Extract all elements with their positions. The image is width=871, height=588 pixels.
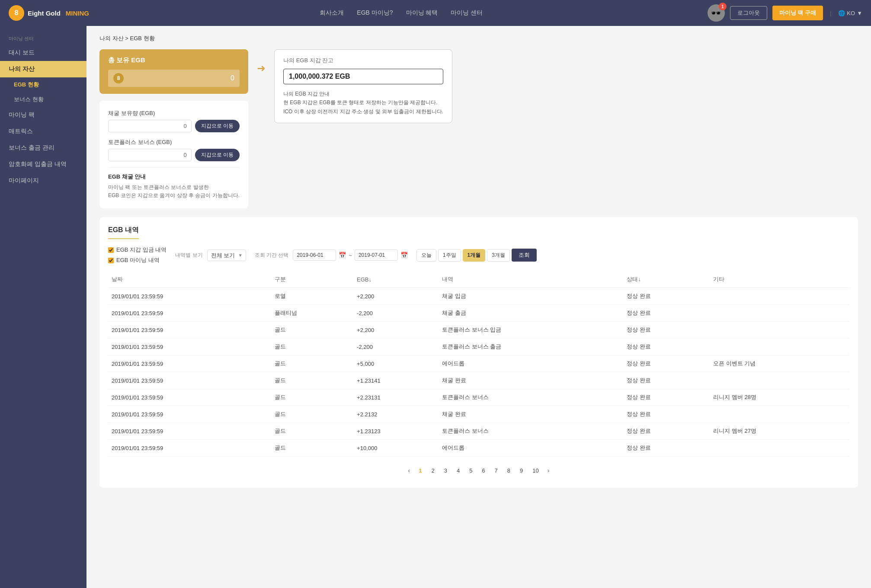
breadcrumb-separator: > (125, 35, 130, 42)
cell-detail: 채굴 완료 (439, 406, 623, 423)
cell-egb: +2.23131 (353, 389, 439, 406)
sidebar-item-egb-status[interactable]: EGB 현황 (0, 77, 86, 92)
checkbox-egb-mining-label: EGB 마이닝 내역 (116, 256, 160, 264)
date-range-wrap: 조회 기간 선택 📅 ~ 📅 (255, 249, 408, 261)
sidebar-item-bonus-withdraw[interactable]: 보너스 출금 관리 (0, 140, 86, 156)
total-egb-value-row: 8 0 (108, 70, 240, 87)
cell-date: 2019/01/01 23:59:59 (108, 440, 271, 457)
main-content: 나의 자산 > EGB 현황 총 보유 EGB 8 0 채굴 (86, 26, 871, 588)
cell-detail: 채굴 입금 (439, 288, 623, 305)
page-2[interactable]: 2 (428, 466, 438, 476)
lang-selector[interactable]: 🌐 KO ▼ (838, 10, 862, 16)
sidebar-item-bonus-status[interactable]: 보너스 현황 (0, 92, 86, 107)
page-1[interactable]: 1 (415, 466, 425, 476)
sidebar-item-crypto-history[interactable]: 암호화폐 입출금 내역 (0, 156, 86, 173)
page-next[interactable]: › (545, 465, 552, 476)
cell-note (710, 372, 849, 389)
col-egb: EGB↓ (353, 271, 439, 288)
page-5[interactable]: 5 (466, 466, 476, 476)
period-1week[interactable]: 1주일 (438, 249, 461, 262)
sidebar: 마이닝 센터 대시 보드 나의 자산 EGB 현황 보너스 현황 마이닝 팩 매… (0, 26, 86, 588)
view-select-outer: 전체 보기지갑 입금마이닝 (207, 249, 246, 261)
table-row: 2019/01/01 23:59:59 플래티넘 -2,200 채굴 출금 정상… (108, 305, 849, 322)
checkbox-egb-wallet[interactable]: EGB 지갑 입금 내역 (108, 246, 167, 254)
history-table: 날짜 구분 EGB↓ 내역 상태↓ 기타 2019/01/01 23:59:59… (108, 271, 849, 457)
nav-company[interactable]: 회사소개 (320, 9, 344, 17)
sidebar-item-dashboard[interactable]: 대시 보드 (0, 45, 86, 61)
nav-mining-center[interactable]: 마이닝 센터 (451, 9, 483, 17)
col-type: 구분 (271, 271, 353, 288)
sidebar-item-my-assets[interactable]: 나의 자산 (0, 61, 86, 77)
cell-egb: +5,000 (353, 355, 439, 372)
egb-notice-title: EGB 채굴 안내 (108, 173, 240, 181)
wallet-btn-1[interactable]: 지갑으로 이동 (195, 120, 240, 132)
mining-qty-input-row: 지갑으로 이동 (108, 120, 240, 132)
calendar-from-icon[interactable]: 📅 (339, 252, 346, 259)
page-4[interactable]: 4 (453, 466, 463, 476)
date-from-input[interactable] (293, 249, 336, 261)
pagination: ‹ 1 2 3 4 5 6 7 8 9 10 › (108, 457, 849, 479)
wallet-btn-2[interactable]: 지갑으로 이동 (195, 149, 240, 161)
wallet-info-text: 나의 EGB 지갑 안내 현 EGB 지갑은 EGB를 토큰 형태로 저장하는 … (283, 89, 443, 116)
header-nav: 회사소개 EGB 마이닝? 마이닝 혜택 마이닝 센터 (95, 9, 708, 17)
checkbox-egb-mining-input[interactable] (108, 258, 114, 263)
nav-mining-benefit[interactable]: 마이닝 혜택 (406, 9, 438, 17)
avatar-wrap[interactable]: 🕶️ 1 (708, 4, 725, 22)
calendar-to-icon[interactable]: 📅 (400, 252, 408, 259)
logout-button[interactable]: 로그아웃 (730, 6, 767, 20)
view-select[interactable]: 전체 보기지갑 입금마이닝 (207, 249, 246, 261)
page-10[interactable]: 10 (529, 466, 542, 476)
checkbox-egb-mining[interactable]: EGB 마이닝 내역 (108, 256, 167, 264)
cell-type: 골드 (271, 440, 353, 457)
checkbox-egb-wallet-input[interactable] (108, 247, 114, 253)
cell-date: 2019/01/01 23:59:59 (108, 355, 271, 372)
view-label: 내역별 보기 (175, 252, 202, 259)
table-head: 날짜 구분 EGB↓ 내역 상태↓ 기타 (108, 271, 849, 288)
page-3[interactable]: 3 (441, 466, 451, 476)
sidebar-item-matrix[interactable]: 매트릭스 (0, 123, 86, 140)
table-row: 2019/01/01 23:59:59 골드 +2.23131 토큰플러스 보너… (108, 389, 849, 406)
breadcrumb-parent: 나의 자산 (99, 35, 124, 42)
mining-pack-button[interactable]: 마이닝 팩 구매 (772, 6, 823, 20)
period-today[interactable]: 오늘 (416, 249, 436, 262)
cell-egb: +2.2132 (353, 406, 439, 423)
cell-date: 2019/01/01 23:59:59 (108, 423, 271, 440)
page-6[interactable]: 6 (478, 466, 488, 476)
page-8[interactable]: 8 (504, 466, 514, 476)
col-status: 상태↓ (623, 271, 710, 288)
cell-status: 정상 완료 (623, 339, 710, 355)
cell-type: 골드 (271, 322, 353, 339)
total-egb-value: 0 (127, 74, 234, 82)
cell-type: 골드 (271, 406, 353, 423)
period-label: 조회 기간 선택 (255, 252, 289, 259)
page-9[interactable]: 9 (516, 466, 526, 476)
cell-detail: 채굴 완료 (439, 372, 623, 389)
period-3month[interactable]: 3개월 (487, 249, 510, 262)
breadcrumb: 나의 자산 > EGB 현황 (99, 35, 858, 42)
page-prev[interactable]: ‹ (406, 465, 413, 476)
tokenplus-input[interactable] (108, 149, 192, 161)
nav-egb-mining[interactable]: EGB 마이닝? (357, 9, 393, 17)
table-row: 2019/01/01 23:59:59 로열 +2,200 채굴 입금 정상 완… (108, 288, 849, 305)
page-7[interactable]: 7 (491, 466, 501, 476)
date-separator: ~ (349, 252, 352, 259)
cell-type: 로열 (271, 288, 353, 305)
header-right: 🕶️ 1 로그아웃 마이닝 팩 구매 | 🌐 KO ▼ (708, 4, 862, 22)
mining-qty-label: 채굴 보유량 (EGB) (108, 109, 240, 117)
cell-status: 정상 완료 (623, 305, 710, 322)
tokenplus-input-row: 지갑으로 이동 (108, 149, 240, 161)
period-1month[interactable]: 1개월 (463, 249, 486, 262)
cell-type: 골드 (271, 372, 353, 389)
col-detail: 내역 (439, 271, 623, 288)
sidebar-item-mining-pack[interactable]: 마이닝 팩 (0, 107, 86, 123)
mining-qty-input[interactable] (108, 120, 192, 132)
search-button[interactable]: 조회 (512, 249, 537, 262)
cell-type: 골드 (271, 355, 353, 372)
sidebar-item-mypage[interactable]: 마이페이지 (0, 173, 86, 189)
tokenplus-field: 토큰플러스 보너스 (EGB) 지갑으로 이동 (108, 138, 240, 161)
date-to-input[interactable] (355, 249, 398, 261)
cell-status: 정상 완료 (623, 406, 710, 423)
total-egb-title: 총 보유 EGB (108, 56, 240, 64)
cell-date: 2019/01/01 23:59:59 (108, 372, 271, 389)
cell-detail: 토큰플러스 보너스 (439, 389, 623, 406)
